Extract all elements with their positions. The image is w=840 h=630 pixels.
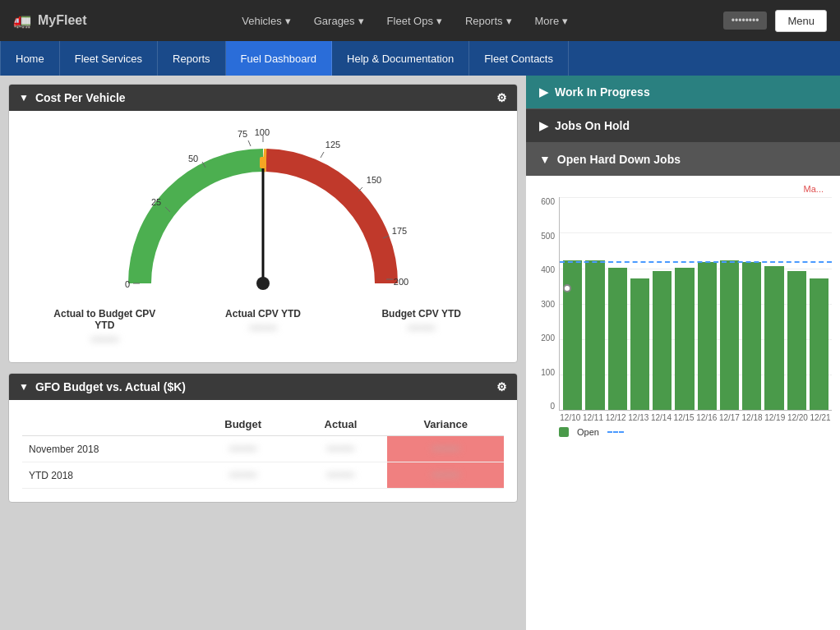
chart-bar [698,262,717,410]
subnav-help[interactable]: Help & Documentation [332,41,469,76]
svg-text:100: 100 [255,127,270,137]
legend-open-label: Open [577,427,599,437]
chart-bar [764,266,783,410]
logo: 🚛 MyFleet [13,11,87,30]
svg-text:50: 50 [188,154,198,163]
gfo-budget-body: Budget Actual Variance November 2018 •••… [9,400,517,502]
x-label: 12/13 [628,413,648,422]
open-circle-marker [563,284,571,292]
col-header-label [22,413,192,436]
section-title: Open Hard Down Jobs [557,153,681,166]
x-label: 12/11 [583,413,603,422]
logo-text: MyFleet [38,13,87,28]
col-label-1: Actual to Budget CPVYTD [25,308,184,331]
gear-icon[interactable]: ⚙ [496,91,507,104]
cost-per-vehicle-header: ▼ Cost Per Vehicle ⚙ [9,85,517,111]
col-header-actual: Actual [294,413,388,436]
widget-title: GFO Budget vs. Actual ($K) [35,380,186,393]
expand-icon: ▶ [539,119,548,132]
chevron-down-icon: ▾ [358,15,364,27]
x-label: 12/20 [787,413,808,422]
collapse-icon: ▼ [539,153,551,166]
svg-text:150: 150 [367,175,381,185]
hard-down-header[interactable]: ▼ Open Hard Down Jobs [526,143,840,176]
y-label: 400 [534,265,555,274]
table-row: YTD 2018 •••••••• •••••••• •••••••• [22,462,504,489]
x-label: 12/12 [606,413,626,422]
subnav-fleet-services[interactable]: Fleet Services [60,41,158,76]
username-display: •••••••• [723,11,768,30]
row-label: YTD 2018 [22,462,192,489]
collapse-icon[interactable]: ▼ [19,381,29,393]
chevron-down-icon: ▾ [285,15,291,27]
menu-button[interactable]: Menu [775,10,827,32]
chart-bar [675,268,694,410]
col-value-2: •••••••• [184,323,343,334]
col-header-budget: Budget [192,413,294,436]
right-panel: ▶ Work In Progress ▶ Jobs On Hold ▼ Open… [526,76,840,630]
jobs-on-hold-section: ▶ Jobs On Hold [526,109,840,143]
jobs-on-hold-header[interactable]: ▶ Jobs On Hold [526,109,840,142]
nav-reports[interactable]: Reports ▾ [455,10,522,32]
row-variance: •••••••• [387,436,504,462]
section-title: Work In Progress [555,85,650,99]
hard-down-body: Ma... 0 100 200 300 400 500 600 [526,176,840,630]
row-actual: •••••••• [294,462,388,489]
row-label: November 2018 [22,436,192,462]
gauge-col-actual-to-budget: Actual to Budget CPVYTD •••••••• [25,308,184,346]
reference-line-blue [560,261,832,263]
svg-text:25: 25 [151,197,161,207]
x-label: 12/21 [810,413,831,422]
widget-title: Cost Per Vehicle [35,91,126,104]
svg-line-3 [248,140,251,146]
chart-legend: Open [534,422,832,437]
cost-per-vehicle-widget: ▼ Cost Per Vehicle ⚙ [8,84,518,363]
expand-icon: ▶ [539,85,548,99]
work-in-progress-section: ▶ Work In Progress [526,76,840,109]
row-variance: •••••••• [387,462,504,489]
row-budget: •••••••• [192,436,294,462]
section-title: Jobs On Hold [555,119,630,132]
subnav-fleet-contacts[interactable]: Fleet Contacts [469,41,569,76]
gauge-labels: Actual to Budget CPVYTD •••••••• Actual … [25,308,501,346]
chart-wrapper: 0 100 200 300 400 500 600 [534,197,832,437]
y-label: 200 [534,333,555,343]
chart-note: Ma... [534,184,832,194]
work-in-progress-header[interactable]: ▶ Work In Progress [526,76,840,108]
nav-garages[interactable]: Garages ▾ [304,10,374,32]
chart-bar [810,278,828,410]
nav-vehicles[interactable]: Vehicles ▾ [232,10,300,32]
collapse-icon[interactable]: ▼ [19,92,29,103]
chevron-down-icon: ▾ [562,15,568,27]
col-label-2: Actual CPV YTD [184,308,343,320]
y-label: 600 [534,197,555,206]
svg-text:0: 0 [125,279,130,289]
left-panel: ▼ Cost Per Vehicle ⚙ [0,76,526,630]
y-axis-labels: 0 100 200 300 400 500 600 [534,197,557,411]
chart-bar [720,260,739,410]
chart-bar [585,260,604,410]
subnav-reports[interactable]: Reports [158,41,226,76]
svg-text:175: 175 [392,226,407,236]
subnav-home[interactable]: Home [0,41,60,76]
svg-point-19 [256,277,270,290]
y-label: 0 [534,402,555,411]
open-hard-down-section: ▼ Open Hard Down Jobs Ma... 0 100 200 30… [526,143,840,630]
row-actual: •••••••• [294,436,388,462]
gfo-budget-header: ▼ GFO Budget vs. Actual ($K) ⚙ [9,374,517,400]
gear-icon[interactable]: ⚙ [496,380,507,393]
x-label: 12/19 [764,413,785,422]
x-label: 12/18 [742,413,763,422]
chevron-down-icon: ▾ [436,15,442,27]
chart-bar [563,260,582,410]
header-left: ▼ GFO Budget vs. Actual ($K) [19,380,186,393]
bar-container [560,197,832,410]
nav-fleet-ops[interactable]: Fleet Ops ▾ [377,10,452,32]
x-label: 12/10 [560,413,580,422]
svg-rect-20 [260,157,266,168]
budget-table: Budget Actual Variance November 2018 •••… [22,413,504,489]
nav-more[interactable]: More ▾ [525,10,579,32]
header-left: ▼ Cost Per Vehicle [19,91,126,104]
subnav-fuel-dashboard[interactable]: Fuel Dashboard [226,41,333,76]
cost-per-vehicle-body: 0 25 50 75 100 125 150 175 200 [9,111,517,362]
